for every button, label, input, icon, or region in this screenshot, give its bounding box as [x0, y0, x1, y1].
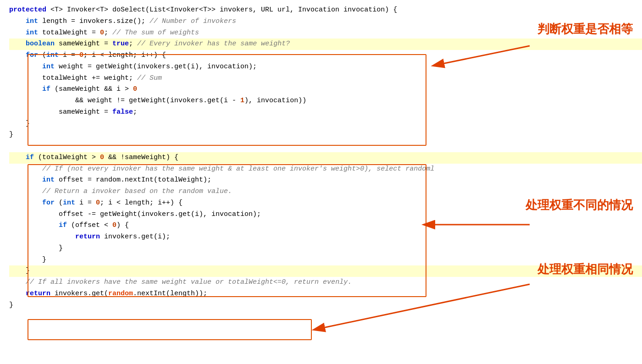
code-line-25: // If all invokers have the same weight …	[9, 277, 642, 288]
code-area: protected <T> Invoker<T> doSelect(List<I…	[0, 0, 642, 364]
code-line-16: int offset = random.nextInt(totalWeight)…	[9, 175, 642, 186]
code-line-20: if (offset < 0) {	[9, 220, 642, 232]
code-line-15: // If (not every invoker has the same we…	[9, 164, 642, 175]
code-line-6: int weight = getWeight(invokers.get(i), …	[9, 61, 642, 73]
code-line-7: totalWeight += weight; // Sum	[9, 73, 642, 84]
code-line-10: sameWeight = false;	[9, 107, 642, 118]
code-line-17: // Return a invoker based on the random …	[9, 186, 642, 198]
code-line-5: for (int i = 0; i < length; i++) {	[9, 50, 642, 61]
code-line-27: }	[9, 300, 642, 311]
code-line-22: }	[9, 243, 642, 254]
annotation-2: 处理权重不同的情况	[526, 197, 633, 213]
annotation-3: 处理权重相同情况	[537, 261, 633, 277]
annotation-1: 判断权重是否相等	[537, 21, 633, 37]
code-line-4: boolean sameWeight = true; // Every invo…	[9, 39, 642, 50]
code-line-1: protected <T> Invoker<T> doSelect(List<I…	[9, 5, 642, 16]
code-line-9: && weight != getWeight(invokers.get(i - …	[9, 95, 642, 107]
code-line-8: if (sameWeight && i > 0	[9, 84, 642, 95]
code-line-14: if (totalWeight > 0 && !sameWeight) {	[9, 152, 642, 164]
code-line-12: }	[9, 129, 642, 141]
code-line-13	[9, 141, 642, 152]
code-line-11: }	[9, 118, 642, 130]
code-line-21: return invokers.get(i);	[9, 232, 642, 243]
code-line-26: return invokers.get(random.nextInt(lengt…	[9, 288, 642, 300]
